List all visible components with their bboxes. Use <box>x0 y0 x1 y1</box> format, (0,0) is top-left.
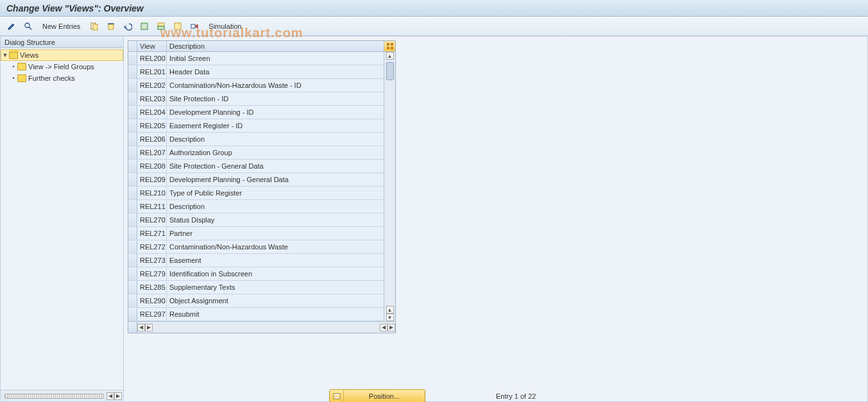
row-selector[interactable] <box>128 281 137 294</box>
table-row[interactable]: REL270Status Display <box>128 214 384 227</box>
simulation-button[interactable]: Simulation <box>203 19 246 33</box>
scroll-left-icon[interactable]: ◀ <box>106 392 114 400</box>
row-selector[interactable] <box>128 308 137 321</box>
table-row[interactable]: REL209Development Planning - General Dat… <box>128 173 384 187</box>
scroll-right-icon[interactable]: ▶ <box>114 392 122 400</box>
tree-node-further-checks[interactable]: • Further checks <box>1 72 123 84</box>
cell-view[interactable]: REL203 <box>137 92 167 105</box>
cell-description[interactable]: Description <box>167 133 384 146</box>
table-settings-icon[interactable] <box>384 41 395 51</box>
deselect-all-icon[interactable] <box>170 19 185 33</box>
row-selector[interactable] <box>128 267 137 280</box>
select-all-icon[interactable] <box>137 19 152 33</box>
cell-view[interactable]: REL202 <box>137 79 167 92</box>
find-icon[interactable] <box>21 19 36 33</box>
cell-description[interactable]: Contamination/Non-Hazardous Waste <box>167 240 384 253</box>
row-selector[interactable] <box>128 146 137 159</box>
delete-icon[interactable] <box>103 19 119 33</box>
row-selector[interactable] <box>128 92 137 105</box>
column-header-view[interactable]: View <box>137 41 167 51</box>
cell-view[interactable]: REL270 <box>137 214 167 226</box>
table-row[interactable]: REL207Authorization Group <box>128 146 384 160</box>
cell-view[interactable]: REL273 <box>137 254 167 267</box>
cell-description[interactable]: Development Planning - General Data <box>167 173 384 186</box>
tree-node-views[interactable]: ▼ Views <box>1 49 123 61</box>
new-entries-button[interactable]: New Entries <box>37 19 85 33</box>
cell-description[interactable]: Identification in Subscreen <box>167 267 384 280</box>
row-selector[interactable] <box>128 133 137 146</box>
undo-change-icon[interactable] <box>120 19 135 33</box>
cell-view[interactable]: REL285 <box>137 281 167 294</box>
scrollbar-thumb[interactable] <box>4 394 104 399</box>
cell-description[interactable]: Description <box>167 200 384 213</box>
cell-description[interactable]: Site Protection - General Data <box>167 160 384 172</box>
row-selector[interactable] <box>128 227 137 240</box>
row-selector[interactable] <box>128 52 137 65</box>
vertical-scrollbar[interactable]: ▲ ▲ ▼ <box>384 52 395 321</box>
copy-as-icon[interactable] <box>87 19 102 33</box>
table-row[interactable]: REL208Site Protection - General Data <box>128 160 384 173</box>
table-row[interactable]: REL272Contamination/Non-Hazardous Waste <box>128 240 384 254</box>
table-row[interactable]: REL204Development Planning - ID <box>128 106 384 119</box>
row-selector-header[interactable] <box>128 41 137 51</box>
cell-view[interactable]: REL205 <box>137 119 167 132</box>
cell-view[interactable]: REL290 <box>137 294 167 307</box>
cell-description[interactable]: Contamination/Non-Hazardous Waste - ID <box>167 79 384 92</box>
cell-view[interactable]: REL271 <box>137 227 167 240</box>
cell-description[interactable]: Development Planning - ID <box>167 106 384 119</box>
cell-description[interactable]: Easement <box>167 254 384 267</box>
row-selector[interactable] <box>128 240 137 253</box>
cell-view[interactable]: REL272 <box>137 240 167 253</box>
table-row[interactable]: REL273Easement <box>128 254 384 267</box>
tree-node-view-field-groups[interactable]: • View -> Field Groups <box>1 61 123 72</box>
cell-description[interactable]: Site Protection - ID <box>167 92 384 105</box>
row-selector[interactable] <box>128 119 137 132</box>
table-row[interactable]: REL200Initial Screen <box>128 52 384 65</box>
table-row[interactable]: REL205Easement Register - ID <box>128 119 384 133</box>
cell-view[interactable]: REL211 <box>137 200 167 213</box>
select-block-icon[interactable] <box>153 19 169 33</box>
scroll-up-step-icon[interactable]: ▲ <box>386 306 394 314</box>
cell-view[interactable]: REL279 <box>137 267 167 280</box>
cell-view[interactable]: REL210 <box>137 187 167 199</box>
table-row[interactable]: REL206Description <box>128 133 384 146</box>
cell-view[interactable]: REL207 <box>137 146 167 159</box>
table-row[interactable]: REL279Identification in Subscreen <box>128 267 384 281</box>
cell-description[interactable]: Status Display <box>167 214 384 226</box>
table-row[interactable]: REL201Header Data <box>128 65 384 79</box>
row-selector[interactable] <box>128 214 137 226</box>
cell-description[interactable]: Partner <box>167 227 384 240</box>
scroll-right-end-icon[interactable]: ▶ <box>387 324 395 331</box>
table-row[interactable]: REL211Description <box>128 200 384 214</box>
cell-view[interactable]: REL200 <box>137 52 167 65</box>
table-row[interactable]: REL297Resubmit <box>128 308 384 321</box>
scroll-right-icon[interactable]: ▶ <box>145 324 153 331</box>
dialog-structure-hscroll[interactable]: ◀ ▶ <box>1 390 123 401</box>
cell-view[interactable]: REL204 <box>137 106 167 119</box>
cell-description[interactable]: Easement Register - ID <box>167 119 384 132</box>
cell-description[interactable]: Type of Public Register <box>167 187 384 199</box>
scrollbar-track[interactable] <box>384 60 395 306</box>
column-header-description[interactable]: Description <box>167 41 384 51</box>
row-selector[interactable] <box>128 187 137 199</box>
expand-toggle-icon[interactable]: ▼ <box>1 52 9 58</box>
row-selector[interactable] <box>128 200 137 213</box>
row-selector[interactable] <box>128 294 137 307</box>
cell-view[interactable]: REL206 <box>137 133 167 146</box>
scroll-up-icon[interactable]: ▲ <box>386 52 394 60</box>
cell-view[interactable]: REL297 <box>137 308 167 321</box>
cell-description[interactable]: Supplementary Texts <box>167 281 384 294</box>
row-selector[interactable] <box>128 106 137 119</box>
configuration-icon[interactable] <box>187 19 202 33</box>
table-row[interactable]: REL210Type of Public Register <box>128 187 384 200</box>
row-selector[interactable] <box>128 65 137 78</box>
row-selector[interactable] <box>128 254 137 267</box>
scroll-left-icon[interactable]: ◀ <box>137 324 145 331</box>
horizontal-scrollbar[interactable]: ◀ ▶ ◀ ▶ <box>128 321 395 333</box>
table-row[interactable]: REL271Partner <box>128 227 384 240</box>
cell-description[interactable]: Resubmit <box>167 308 384 321</box>
table-row[interactable]: REL290Object Assignment <box>128 294 384 308</box>
cell-view[interactable]: REL201 <box>137 65 167 78</box>
cell-description[interactable]: Authorization Group <box>167 146 384 159</box>
row-selector[interactable] <box>128 173 137 186</box>
